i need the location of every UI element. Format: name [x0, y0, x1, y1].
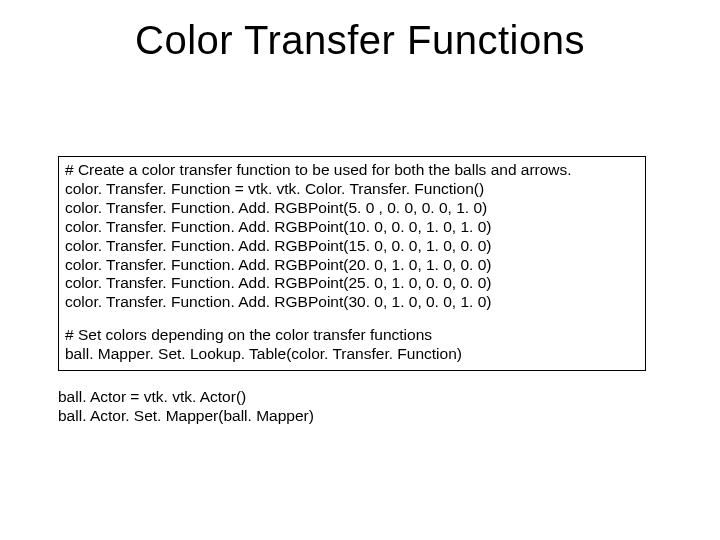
code-box: # Create a color transfer function to be… [58, 156, 646, 371]
code-line: ball. Actor. Set. Mapper(ball. Mapper) [58, 407, 646, 426]
code-line: ball. Mapper. Set. Lookup. Table(color. … [65, 345, 639, 364]
slide-title: Color Transfer Functions [0, 18, 720, 63]
code-line: color. Transfer. Function. Add. RGBPoint… [65, 274, 639, 293]
blank-line [65, 312, 639, 326]
code-line: color. Transfer. Function = vtk. vtk. Co… [65, 180, 639, 199]
code-line: color. Transfer. Function. Add. RGBPoint… [65, 218, 639, 237]
code-line: color. Transfer. Function. Add. RGBPoint… [65, 293, 639, 312]
code-line: color. Transfer. Function. Add. RGBPoint… [65, 256, 639, 275]
code-line: ball. Actor = vtk. vtk. Actor() [58, 388, 646, 407]
slide: Color Transfer Functions # Create a colo… [0, 0, 720, 540]
code-line: color. Transfer. Function. Add. RGBPoint… [65, 199, 639, 218]
code-line: color. Transfer. Function. Add. RGBPoint… [65, 237, 639, 256]
code-tail: ball. Actor = vtk. vtk. Actor() ball. Ac… [58, 388, 646, 426]
code-comment: # Set colors depending on the color tran… [65, 326, 639, 345]
code-line: # Create a color transfer function to be… [65, 161, 639, 180]
